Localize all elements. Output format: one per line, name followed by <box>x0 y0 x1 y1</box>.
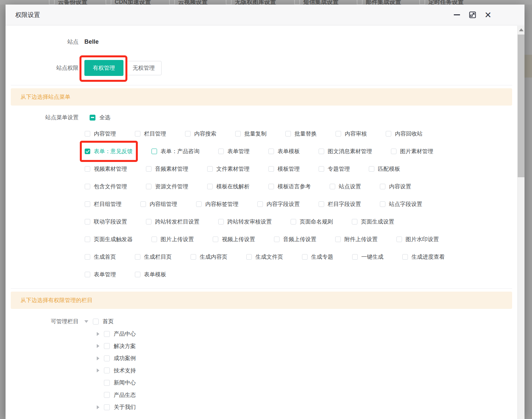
menu-permission-item[interactable]: 图片水印设置 <box>396 236 439 243</box>
checkbox-unchecked[interactable] <box>352 219 357 224</box>
checkbox-unchecked[interactable] <box>396 237 402 242</box>
menu-permission-item[interactable]: 音频上传设置 <box>274 236 316 243</box>
menu-permission-item[interactable]: 页面命名规则 <box>291 218 333 225</box>
checkbox-unchecked[interactable] <box>352 254 358 260</box>
tree-item[interactable]: 解决方案 <box>97 342 517 350</box>
checkbox-unchecked[interactable] <box>218 219 224 224</box>
checkbox-unchecked[interactable] <box>85 272 90 277</box>
checkbox-unchecked[interactable] <box>335 237 341 242</box>
menu-permission-item[interactable]: 内容搜索 <box>185 130 216 137</box>
menu-permission-item[interactable]: 表单：产品咨询 <box>151 148 199 155</box>
checkbox-unchecked[interactable] <box>135 272 140 277</box>
menu-permission-item[interactable]: 匹配模板 <box>369 165 400 173</box>
menu-permission-item[interactable]: 生成栏目页 <box>135 253 172 261</box>
checkbox-unchecked[interactable] <box>85 166 90 172</box>
menu-permission-item[interactable]: 跨站转发审核设置 <box>218 218 272 225</box>
checkbox-unchecked[interactable] <box>104 392 110 398</box>
expand-arrow-icon[interactable] <box>97 344 99 348</box>
checkbox-unchecked[interactable] <box>196 201 202 207</box>
menu-permission-item[interactable]: 内容审核 <box>336 130 367 137</box>
checkbox-unchecked[interactable] <box>380 201 385 207</box>
menu-permission-item[interactable]: 内容回收站 <box>386 130 423 137</box>
collapse-arrow-icon[interactable] <box>84 320 88 323</box>
menu-permission-item[interactable]: 生成内容页 <box>191 253 227 261</box>
checkbox-unchecked[interactable] <box>104 331 110 337</box>
close-button[interactable]: ✕ <box>484 11 492 19</box>
menu-permission-item[interactable]: 内容字段设置 <box>257 200 300 208</box>
menu-permission-item[interactable]: 跨站转发栏目设置 <box>146 218 199 225</box>
tree-item[interactable]: 成功案例 <box>97 355 517 362</box>
checkbox-unchecked[interactable] <box>104 404 110 410</box>
menu-permission-item[interactable]: 内容组管理 <box>140 200 177 208</box>
menu-permission-item[interactable]: 图片素材管理 <box>391 148 433 155</box>
checkbox-unchecked[interactable] <box>285 131 291 137</box>
scrollbar-thumb[interactable] <box>518 35 525 177</box>
checkbox-unchecked[interactable] <box>369 166 374 172</box>
checkbox-unchecked[interactable] <box>268 149 274 154</box>
menu-permission-item[interactable]: 模板在线解析 <box>207 183 250 190</box>
checkbox-unchecked[interactable] <box>207 184 213 189</box>
checkbox-unchecked[interactable] <box>135 254 140 260</box>
menu-permission-item[interactable]: 站点字段设置 <box>380 200 422 208</box>
checkbox-unchecked[interactable] <box>291 219 296 224</box>
tree-item[interactable]: 新闻中心 <box>97 379 517 386</box>
maximize-button[interactable] <box>468 11 476 19</box>
checkbox-unchecked[interactable] <box>146 166 151 172</box>
menu-permission-item[interactable]: 包含文件管理 <box>85 183 127 190</box>
checkbox-unchecked[interactable] <box>104 355 110 361</box>
checkbox-unchecked[interactable] <box>235 131 241 137</box>
checkbox-unchecked[interactable] <box>330 184 335 189</box>
checkbox-unchecked[interactable] <box>146 184 151 189</box>
checkbox-unchecked[interactable] <box>268 184 274 189</box>
checkbox-unchecked[interactable] <box>319 201 324 207</box>
minimize-button[interactable] <box>453 11 461 19</box>
checkbox-unchecked[interactable] <box>191 254 196 260</box>
checkbox-unchecked[interactable] <box>380 184 385 189</box>
checkbox-unchecked[interactable] <box>104 368 110 373</box>
checkbox-unchecked[interactable] <box>274 237 280 242</box>
expand-arrow-icon[interactable] <box>97 332 99 336</box>
menu-permission-item[interactable]: 页面生成触发器 <box>85 236 133 243</box>
checkbox-unchecked[interactable] <box>85 254 90 260</box>
tree-item[interactable]: 产品中心 <box>97 330 517 338</box>
tree-root-checkbox[interactable] <box>93 319 99 325</box>
checkbox-unchecked[interactable] <box>319 149 324 154</box>
checkbox-checked[interactable] <box>85 149 90 154</box>
menu-permission-item[interactable]: 一键生成 <box>352 253 383 261</box>
menu-permission-item[interactable]: 批量复制 <box>235 130 266 137</box>
menu-permission-item[interactable]: 内容设置 <box>380 183 411 190</box>
checkbox-unchecked[interactable] <box>104 343 110 349</box>
checkbox-unchecked[interactable] <box>268 166 274 172</box>
menu-permission-item[interactable]: 内容管理 <box>85 130 116 137</box>
checkbox-unchecked[interactable] <box>146 219 151 224</box>
checkbox-unchecked[interactable] <box>85 184 90 189</box>
checkbox-unchecked[interactable] <box>319 166 324 172</box>
permission-unauthorized-button[interactable]: 无权管理 <box>126 61 162 75</box>
expand-arrow-icon[interactable] <box>97 405 99 409</box>
menu-permission-item[interactable]: 生成首页 <box>85 253 116 261</box>
checkbox-unchecked[interactable] <box>85 131 90 137</box>
menu-permission-item[interactable]: 内容标签管理 <box>196 200 238 208</box>
checkbox-unchecked[interactable] <box>207 166 213 172</box>
checkbox-unchecked[interactable] <box>135 131 140 137</box>
checkbox-unchecked[interactable] <box>85 201 90 207</box>
scroll-up-icon[interactable] <box>519 28 524 31</box>
menu-permission-item[interactable]: 模板管理 <box>268 165 300 173</box>
menu-permission-item[interactable]: 文件素材管理 <box>207 165 250 173</box>
menu-permission-item[interactable]: 表单模板 <box>135 271 166 278</box>
menu-permission-item[interactable]: 栏目组管理 <box>85 200 122 208</box>
expand-arrow-icon[interactable] <box>97 356 99 360</box>
vertical-scrollbar[interactable] <box>517 26 525 419</box>
menu-permission-item[interactable]: 表单：意见反馈 <box>85 148 133 155</box>
menu-permission-item[interactable]: 生成专题 <box>302 253 333 261</box>
menu-permission-item[interactable]: 批量替换 <box>285 130 317 137</box>
menu-permission-item[interactable]: 联动字段设置 <box>85 218 127 225</box>
checkbox-unchecked[interactable] <box>246 254 252 260</box>
menu-permission-item[interactable]: 视频素材管理 <box>85 165 127 173</box>
checkbox-unchecked[interactable] <box>336 131 341 137</box>
menu-permission-item[interactable]: 音频素材管理 <box>146 165 188 173</box>
checkbox-unchecked[interactable] <box>391 149 396 154</box>
menu-permission-item[interactable]: 附件上传设置 <box>335 236 378 243</box>
tree-item[interactable]: 产品生态 <box>97 391 517 398</box>
checkbox-unchecked[interactable] <box>85 219 90 224</box>
